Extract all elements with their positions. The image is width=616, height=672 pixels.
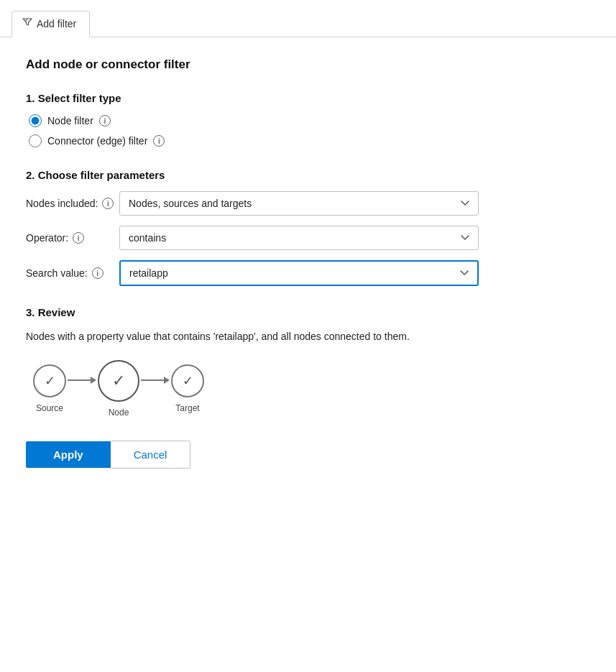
nodes-included-row: Nodes included: i Nodes, sources and tar…: [26, 191, 590, 216]
nodes-included-control: Nodes, sources and targets Nodes only So…: [119, 191, 590, 216]
main-node-item: ✓ Node: [98, 360, 139, 418]
add-filter-tab-label: Add filter: [37, 18, 76, 29]
nodes-included-dropdown[interactable]: Nodes, sources and targets Nodes only So…: [119, 191, 479, 216]
arrowhead-2: [164, 377, 170, 384]
arrow-node-to-target: [141, 377, 170, 384]
source-node-label: Source: [36, 403, 63, 413]
source-node-item: ✓ Source: [33, 364, 66, 413]
filter-params-group: Nodes included: i Nodes, sources and tar…: [26, 191, 590, 286]
nodes-included-info-icon[interactable]: i: [102, 198, 114, 209]
target-node-label: Target: [175, 403, 199, 413]
action-button-row: Apply Cancel: [26, 441, 590, 469]
apply-button[interactable]: Apply: [26, 441, 111, 468]
arrow-line-1: [68, 379, 91, 381]
main-panel: Add node or connector filter 1. Select f…: [0, 37, 616, 492]
add-filter-tab[interactable]: Add filter: [12, 11, 90, 37]
operator-info-icon[interactable]: i: [73, 232, 84, 244]
source-node-circle: ✓: [33, 364, 66, 397]
target-node-item: ✓ Target: [171, 364, 204, 413]
operator-control: contains equals starts with ends with do…: [119, 226, 590, 250]
review-description: Nodes with a property value that contain…: [26, 328, 590, 344]
cancel-button[interactable]: Cancel: [111, 441, 191, 469]
node-filter-info-icon[interactable]: i: [99, 115, 111, 126]
arrow-source-to-node: [68, 377, 96, 384]
node-filter-radio[interactable]: [29, 114, 42, 127]
operator-row: Operator: i contains equals starts with …: [26, 226, 590, 250]
search-value-dropdown[interactable]: retailapp: [119, 260, 479, 286]
search-value-info-icon[interactable]: i: [92, 267, 104, 279]
connector-filter-label: Connector (edge) filter: [47, 135, 147, 147]
target-check-icon: ✓: [183, 373, 193, 389]
arrowhead-1: [91, 377, 96, 384]
operator-label: Operator: i: [26, 232, 119, 244]
node-filter-option[interactable]: Node filter i: [29, 114, 590, 127]
main-node-circle: ✓: [98, 360, 139, 402]
main-node-check-icon: ✓: [112, 372, 125, 390]
connector-filter-radio[interactable]: [29, 134, 42, 147]
node-diagram: ✓ Source ✓ Node: [26, 360, 590, 418]
section-3-header: 3. Review: [26, 306, 590, 318]
search-value-row: Search value: i retailapp: [26, 260, 590, 286]
target-node-circle: ✓: [171, 364, 204, 397]
review-section: 3. Review Nodes with a property value th…: [26, 306, 590, 418]
main-node-label: Node: [109, 408, 129, 418]
tab-bar: Add filter: [0, 0, 616, 37]
filter-type-radio-group: Node filter i Connector (edge) filter i: [26, 114, 590, 147]
search-value-control: retailapp: [119, 260, 590, 286]
search-value-label: Search value: i: [26, 267, 119, 279]
nodes-included-label: Nodes included: i: [26, 198, 119, 209]
arrow-line-2: [141, 379, 164, 381]
filter-tab-icon: [22, 17, 32, 29]
connector-filter-info-icon[interactable]: i: [153, 135, 165, 147]
section-2-header: 2. Choose filter parameters: [26, 169, 590, 181]
section-1-header: 1. Select filter type: [26, 92, 590, 104]
panel-title: Add node or connector filter: [26, 57, 590, 72]
connector-filter-option[interactable]: Connector (edge) filter i: [29, 134, 590, 147]
node-filter-label: Node filter: [47, 115, 93, 126]
source-check-icon: ✓: [45, 373, 55, 389]
operator-dropdown[interactable]: contains equals starts with ends with do…: [119, 226, 479, 250]
